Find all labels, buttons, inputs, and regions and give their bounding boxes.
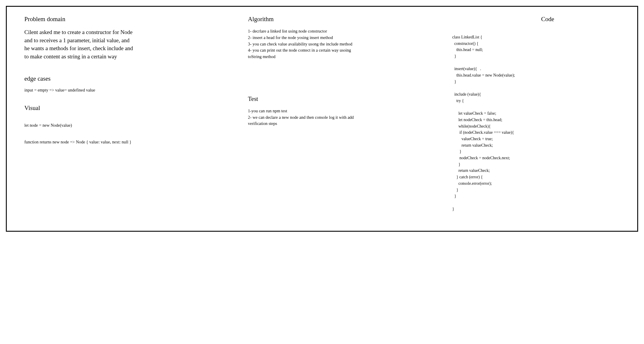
section-visual: Visual let node = new Node(value) functi… [24, 104, 236, 150]
text-code: class LinkedList { constructor() { this.… [452, 34, 625, 212]
column-problem: Problem domain Cilent asked me to create… [19, 16, 236, 222]
column-algorithm: Algorithm 1- decrlare a linked list usin… [248, 16, 440, 222]
section-edge-cases: edge cases input = empty => value= undef… [24, 75, 236, 99]
text-visual-line2: function returns new node => Node { valu… [24, 140, 236, 145]
text-visual-line1: let node = new Node(value) [24, 123, 236, 128]
section-test: Test 1-you can run npm test 2- we can de… [248, 95, 440, 136]
text-edge-cases: input = empty => value= undefined value [24, 88, 236, 93]
whiteboard-frame: Problem domain Cilent asked me to create… [6, 6, 638, 232]
heading-algorithm: Algorithm [248, 16, 440, 23]
text-algorithm: 1- decrlare a linked list using node con… [248, 28, 359, 60]
heading-code: Code [452, 16, 625, 23]
heading-test: Test [248, 95, 440, 103]
heading-visual: Visual [24, 104, 236, 112]
heading-problem-domain: Problem domain [24, 16, 236, 23]
heading-edge-cases: edge cases [24, 75, 236, 82]
section-code: Code class LinkedList { constructor() { … [452, 16, 625, 212]
text-test: 1-you can run npm test 2- we can declare… [248, 108, 359, 127]
section-problem-domain: Problem domain Cilent asked me to create… [24, 16, 236, 69]
column-code: Code class LinkedList { constructor() { … [452, 16, 625, 222]
text-problem-domain: Cilent asked me to create a constructor … [24, 28, 136, 60]
section-algorithm: Algorithm 1- decrlare a linked list usin… [248, 16, 440, 69]
